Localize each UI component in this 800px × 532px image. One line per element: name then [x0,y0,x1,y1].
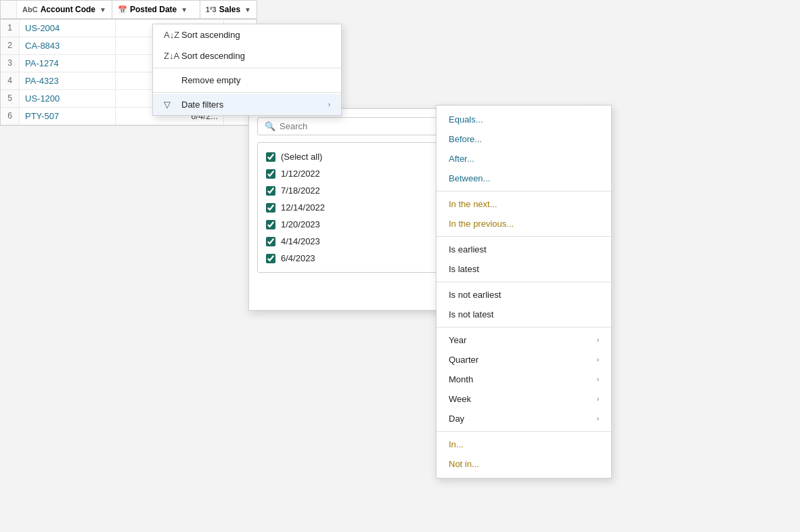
date-filters-label: Date filters [181,99,323,110]
column-header-account-code[interactable]: AbC Account Code ▼ [17,1,112,18]
before-item[interactable]: Before... [437,129,611,149]
week-label: Week [449,394,471,404]
year-arrow-icon: › [597,336,599,344]
day-label: Day [449,414,464,424]
not-in-label: Not in... [449,459,479,469]
sort-ascending-icon: A↓Z [164,30,176,40]
remove-empty-item[interactable]: Remove empty [153,70,341,91]
is-not-earliest-item[interactable]: Is not earliest [437,285,611,305]
checkbox-date-6-input[interactable] [266,254,275,263]
column-header-posted-date[interactable]: 📅 Posted Date ▼ [112,1,200,18]
month-arrow-icon: › [597,376,599,383]
checkbox-select-all-input[interactable] [266,152,275,162]
checkbox-date-3-label: 12/14/2022 [281,202,325,213]
is-not-latest-label: Is not latest [449,309,493,319]
is-latest-item[interactable]: Is latest [437,259,611,279]
menu-divider [153,92,341,93]
date-filters-submenu: Equals... Before... After... Between... … [436,105,612,479]
checkbox-date-3-input[interactable] [266,203,275,213]
in-label: In... [449,439,464,449]
account-code-cell: US-2004 [20,20,116,37]
submenu-divider [437,236,611,237]
row-number-header [1,1,17,18]
date-type-icon: 📅 [118,5,127,14]
day-arrow-icon: › [597,415,599,422]
table-header: AbC Account Code ▼ 📅 Posted Date ▼ 1²3 S… [1,1,257,20]
equals-label: Equals... [449,114,483,125]
row-number: 3 [1,55,20,72]
after-item[interactable]: After... [437,149,611,169]
in-next-label: In the next... [449,199,497,209]
in-previous-label: In the previous... [449,219,514,229]
account-code-cell: US-1200 [20,90,116,107]
is-earliest-item[interactable]: Is earliest [437,240,611,259]
equals-item[interactable]: Equals... [437,110,611,129]
week-item[interactable]: Week › [437,389,611,409]
date-filter-icon: ▽ [164,99,176,110]
between-item[interactable]: Between... [437,169,611,188]
checkbox-date-5-input[interactable] [266,237,275,246]
month-label: Month [449,374,473,384]
checkbox-date-2-input[interactable] [266,186,275,196]
column-dropdown-menu: A↓Z Sort ascending Z↓A Sort descending R… [152,24,342,116]
row-number: 1 [1,20,20,37]
menu-divider [153,68,341,68]
checkbox-date-1-label: 1/12/2022 [281,169,320,179]
checkbox-date-1-input[interactable] [266,169,275,179]
sort-descending-label: Sort descending [181,51,330,61]
date-filters-item[interactable]: ▽ Date filters › [153,94,341,115]
year-item[interactable]: Year › [437,330,611,350]
sort-ascending-item[interactable]: A↓Z Sort ascending [153,24,341,45]
checkbox-date-4-input[interactable] [266,220,275,229]
sales-label: Sales [219,5,240,14]
in-next-item[interactable]: In the next... [437,194,611,214]
is-not-earliest-label: Is not earliest [449,290,501,300]
checkbox-date-4-label: 1/20/2023 [281,219,320,229]
posted-date-dropdown-icon[interactable]: ▼ [181,6,187,14]
row-number: 5 [1,90,20,107]
day-item[interactable]: Day › [437,409,611,428]
submenu-divider [437,282,611,282]
submenu-divider [437,327,611,328]
checkbox-select-all-label: (Select all) [281,152,322,162]
row-number: 2 [1,37,20,54]
text-type-icon: AbC [22,5,38,14]
account-code-cell: CA-8843 [20,37,116,54]
checkbox-date-6-label: 6/4/2023 [281,253,315,263]
posted-date-label: Posted Date [130,5,177,14]
row-number: 4 [1,72,20,89]
is-latest-label: Is latest [449,264,479,274]
sort-descending-item[interactable]: Z↓A Sort descending [153,45,341,66]
submenu-divider [437,431,611,432]
year-label: Year [449,335,466,345]
quarter-arrow-icon: › [597,356,599,363]
column-header-sales[interactable]: 1²3 Sales ▼ [200,1,257,18]
quarter-item[interactable]: Quarter › [437,350,611,370]
checkbox-date-2-label: 7/18/2022 [281,185,320,196]
is-earliest-label: Is earliest [449,244,487,254]
month-item[interactable]: Month › [437,370,611,389]
sales-dropdown-icon[interactable]: ▼ [244,6,251,14]
sort-ascending-label: Sort ascending [181,30,330,40]
before-label: Before... [449,134,482,144]
sort-descending-icon: Z↓A [164,51,176,61]
between-label: Between... [449,173,490,183]
account-code-cell: PA-4323 [20,72,116,89]
submenu-divider [437,191,611,192]
remove-empty-label: Remove empty [181,75,330,85]
search-icon: 🔍 [265,121,275,131]
in-previous-item[interactable]: In the previous... [437,214,611,234]
date-filters-arrow-icon: › [328,101,330,108]
number-type-icon: 1²3 [206,5,217,14]
checkbox-date-5-label: 4/14/2023 [281,236,320,246]
account-code-label: Account Code [41,5,95,14]
is-not-latest-item[interactable]: Is not latest [437,305,611,324]
quarter-label: Quarter [449,355,479,365]
row-number: 6 [1,108,20,125]
week-arrow-icon: › [597,395,599,403]
not-in-item[interactable]: Not in... [437,454,611,474]
account-code-dropdown-icon[interactable]: ▼ [99,6,106,14]
account-code-cell: PTY-507 [20,108,116,125]
in-item[interactable]: In... [437,435,611,454]
account-code-cell: PA-1274 [20,55,116,72]
